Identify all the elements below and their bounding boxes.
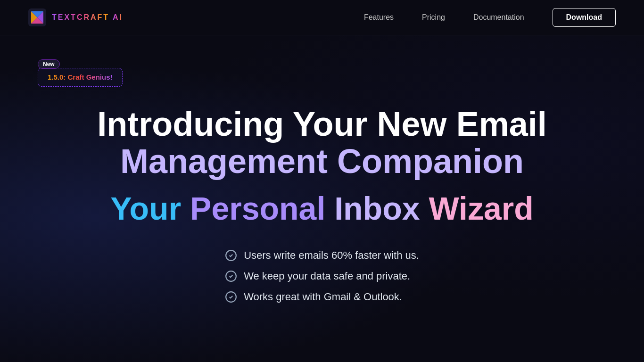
nav-links: Features Pricing Documentation Download <box>364 8 616 27</box>
logo-text: TEXTCRAFT AI <box>52 13 123 22</box>
logo-icon <box>28 8 46 26</box>
check-circle-icon-2 <box>225 291 237 303</box>
new-badge: New <box>38 59 60 69</box>
hero-word-inbox: Inbox <box>334 190 420 226</box>
nav-features[interactable]: Features <box>364 13 394 22</box>
feature-text-1: We keep your data safe and private. <box>244 270 410 282</box>
hero-word-wizard: Wizard <box>429 190 533 226</box>
version-badge: 1.5.0: Craft Genius! <box>38 68 123 87</box>
feature-list: Users write emails 60% faster with us. W… <box>225 249 419 303</box>
download-button[interactable]: Download <box>553 8 616 27</box>
hero-title-line1: Introducing Your New Email <box>97 106 546 143</box>
nav-pricing[interactable]: Pricing <box>422 13 445 22</box>
feature-item-2: Works great with Gmail & Outlook. <box>225 291 402 303</box>
version-text: 1.5.0: Craft Genius! <box>48 73 113 81</box>
hero-subtitle: Your Personal Inbox Wizard <box>110 189 533 228</box>
feature-text-0: Users write emails 60% faster with us. <box>244 249 419 262</box>
nav-documentation[interactable]: Documentation <box>473 13 524 22</box>
main-content: New 1.5.0: Craft Genius! Introducing You… <box>0 35 644 303</box>
logo: TEXTCRAFT AI <box>28 8 123 26</box>
navbar: TEXTCRAFT AI Features Pricing Documentat… <box>0 0 644 35</box>
check-circle-icon-1 <box>225 270 237 282</box>
hero-title-line2: Management Companion <box>120 143 524 180</box>
feature-text-2: Works great with Gmail & Outlook. <box>244 291 402 303</box>
feature-item-0: Users write emails 60% faster with us. <box>225 249 419 262</box>
feature-item-1: We keep your data safe and private. <box>225 270 410 282</box>
check-circle-icon-0 <box>225 249 237 262</box>
hero-word-your: Your <box>110 190 181 226</box>
version-badge-wrapper: New 1.5.0: Craft Genius! <box>38 66 123 87</box>
hero-word-personal: Personal <box>190 190 325 226</box>
